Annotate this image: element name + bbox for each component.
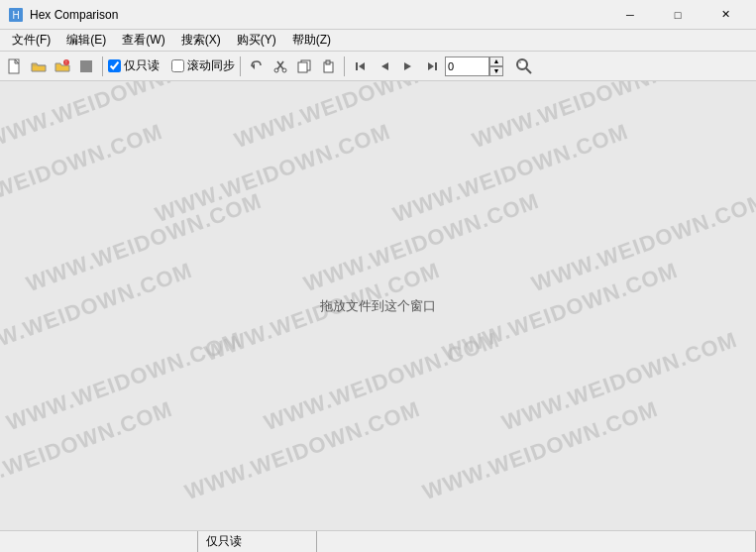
search-button[interactable] xyxy=(511,55,537,77)
svg-marker-20 xyxy=(428,62,434,70)
status-bar: 仅只读 xyxy=(0,530,756,552)
undo-button[interactable] xyxy=(246,55,268,77)
status-left xyxy=(0,531,198,552)
copy-button[interactable] xyxy=(293,55,315,77)
menu-search[interactable]: 搜索(X) xyxy=(173,30,229,51)
readonly-label: 仅只读 xyxy=(124,57,160,74)
spin-down-button[interactable]: ▼ xyxy=(489,66,503,76)
svg-rect-13 xyxy=(298,62,307,72)
readonly-checkbox[interactable] xyxy=(108,59,121,72)
new-file-button[interactable] xyxy=(4,55,26,77)
svg-rect-21 xyxy=(435,62,437,70)
menu-bar: 文件(F) 编辑(E) 查看(W) 搜索(X) 购买(Y) 帮助(Z) xyxy=(0,30,756,52)
open-file-button-2[interactable]: ! xyxy=(52,55,73,77)
status-right xyxy=(317,531,756,552)
menu-edit[interactable]: 编辑(E) xyxy=(58,30,114,51)
drop-hint: 拖放文件到这个窗口 xyxy=(320,297,436,315)
nav-prev-button[interactable] xyxy=(374,55,395,77)
menu-help[interactable]: 帮助(Z) xyxy=(284,30,339,51)
svg-line-23 xyxy=(526,68,531,73)
options-button[interactable] xyxy=(75,55,97,77)
window-title: Hex Comparison xyxy=(30,8,607,22)
nav-first-button[interactable] xyxy=(350,55,372,77)
status-readonly: 仅只读 xyxy=(198,531,317,552)
title-bar: H Hex Comparison ─ □ ✕ xyxy=(0,0,756,30)
position-spinners: ▲ ▼ xyxy=(489,56,503,76)
menu-file[interactable]: 文件(F) xyxy=(4,30,58,51)
svg-rect-15 xyxy=(326,60,330,64)
readonly-group: 仅只读 xyxy=(108,57,160,74)
position-input[interactable]: 0 xyxy=(445,56,489,76)
svg-marker-19 xyxy=(404,62,411,70)
separator-2 xyxy=(240,56,241,76)
svg-rect-16 xyxy=(356,62,358,70)
svg-rect-6 xyxy=(80,60,92,72)
scroll-sync-checkbox[interactable] xyxy=(171,59,184,72)
separator-1 xyxy=(102,56,103,76)
nav-next-button[interactable] xyxy=(397,55,419,77)
svg-point-10 xyxy=(274,68,278,72)
main-content-area: WWW.WEIDOWN.COMWWW.WEIDOWN.COMWWW.WEIDOW… xyxy=(0,81,756,530)
svg-marker-17 xyxy=(359,62,365,70)
svg-text:H: H xyxy=(12,10,19,21)
scroll-sync-group: 滚动同步 xyxy=(171,57,235,74)
spin-up-button[interactable]: ▲ xyxy=(489,56,503,66)
menu-view[interactable]: 查看(W) xyxy=(114,30,172,51)
app-window: H Hex Comparison ─ □ ✕ 文件(F) 编辑(E) 查看(W)… xyxy=(0,0,756,552)
maximize-button[interactable]: □ xyxy=(655,0,701,30)
nav-last-button[interactable] xyxy=(421,55,443,77)
position-input-group: 0 ▲ ▼ xyxy=(445,56,503,76)
toolbar: ! 仅只读 滚动同步 xyxy=(0,52,756,81)
cut-button[interactable] xyxy=(270,55,291,77)
paste-button[interactable] xyxy=(317,55,339,77)
svg-text:!: ! xyxy=(65,59,66,65)
svg-marker-18 xyxy=(381,62,388,70)
svg-point-25 xyxy=(519,61,521,63)
menu-buy[interactable]: 购买(Y) xyxy=(229,30,284,51)
svg-point-11 xyxy=(282,68,286,72)
window-controls: ─ □ ✕ xyxy=(607,0,748,30)
open-file-button-1[interactable] xyxy=(28,55,50,77)
close-button[interactable]: ✕ xyxy=(702,0,748,30)
minimize-button[interactable]: ─ xyxy=(607,0,653,30)
separator-3 xyxy=(344,56,345,76)
scroll-sync-label: 滚动同步 xyxy=(187,57,235,74)
app-icon: H xyxy=(8,7,24,23)
